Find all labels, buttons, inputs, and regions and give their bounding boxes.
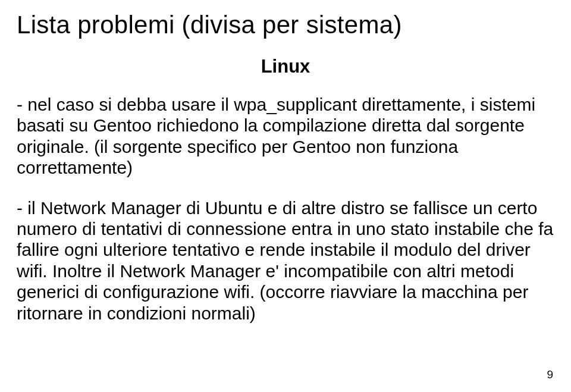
paragraph-2: - il Network Manager di Ubuntu e di altr…	[17, 197, 554, 324]
page-number: 9	[547, 368, 553, 381]
slide-title: Lista problemi (divisa per sistema)	[17, 11, 554, 39]
slide-subtitle: Linux	[17, 56, 554, 77]
paragraph-1: - nel caso si debba usare il wpa_supplic…	[17, 94, 554, 178]
